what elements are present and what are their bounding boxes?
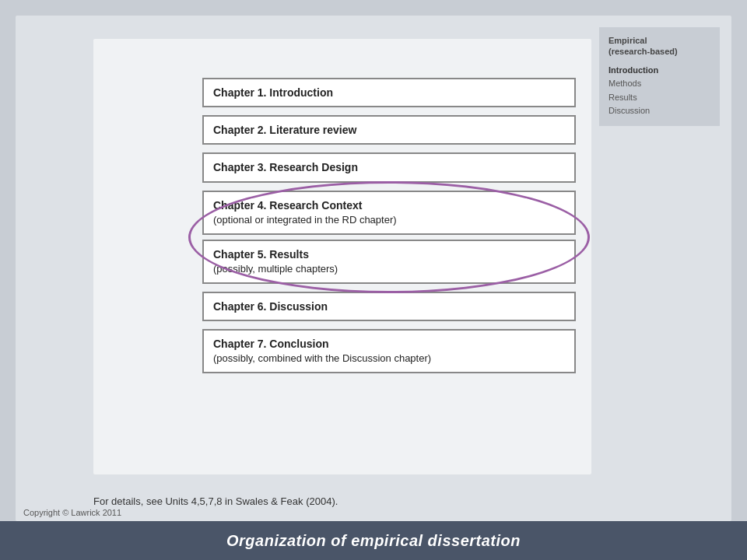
chapter-6-box: Chapter 6. Discussion xyxy=(202,292,576,321)
copyright: Copyright © Lawrick 2011 xyxy=(23,508,121,517)
sidebar: Empirical (research-based) Introduction … xyxy=(599,27,720,126)
chapters-container: Chapter 1. Introduction Chapter 2. Liter… xyxy=(195,70,584,420)
chapter-4-sub: (optional or integrated in the RD chapte… xyxy=(213,214,397,226)
chapter-3-label: Chapter 3. Research Design xyxy=(213,161,358,173)
sidebar-item-discussion: Discussion xyxy=(608,104,710,118)
main-area: Empirical (research-based) Introduction … xyxy=(16,16,731,521)
sidebar-item-introduction: Introduction xyxy=(608,64,710,78)
chapter-1-label: Chapter 1. Introduction xyxy=(213,86,333,99)
inner-area: Chapter 1. Introduction Chapter 2. Liter… xyxy=(93,39,591,474)
oval-group: Chapter 4. Research Context (optional or… xyxy=(202,191,576,284)
chapter-5-box: Chapter 5. Results (possibly, multiple c… xyxy=(202,240,576,284)
chapter-4-box: Chapter 4. Research Context (optional or… xyxy=(202,191,576,235)
chapter-7-label: Chapter 7. Conclusion xyxy=(213,338,329,350)
footer-title: Organization of empirical dissertation xyxy=(226,532,521,550)
details-text: For details, see Units 4,5,7,8 in Swales… xyxy=(93,495,338,507)
chapter-5-sub: (possibly, multiple chapters) xyxy=(213,263,338,275)
chapter-7-sub: (possibly, combined with the Discussion … xyxy=(213,352,431,364)
chapter-4-label: Chapter 4. Research Context xyxy=(213,199,362,212)
chapter-5-label: Chapter 5. Results xyxy=(213,248,309,261)
chapter-2-box: Chapter 2. Literature review xyxy=(202,115,576,145)
sidebar-item-methods: Methods xyxy=(608,77,710,91)
footer-bar: Organization of empirical dissertation xyxy=(0,521,747,560)
chapter-2-label: Chapter 2. Literature review xyxy=(213,124,356,136)
chapter-3-box: Chapter 3. Research Design xyxy=(202,152,576,182)
sidebar-item-results: Results xyxy=(608,91,710,105)
chapter-1-box: Chapter 1. Introduction xyxy=(202,78,576,107)
chapter-7-box: Chapter 7. Conclusion (possibly, combine… xyxy=(202,329,576,373)
chapter-6-label: Chapter 6. Discussion xyxy=(213,300,328,313)
sidebar-title: Empirical (research-based) xyxy=(608,35,710,58)
